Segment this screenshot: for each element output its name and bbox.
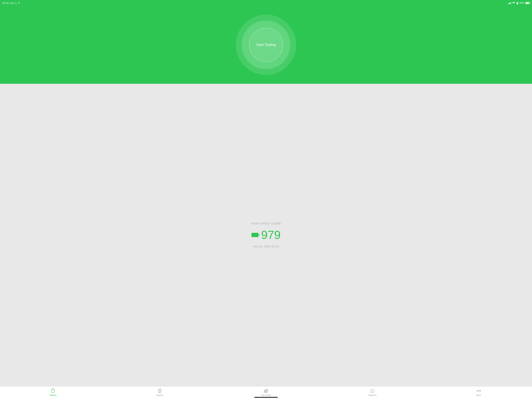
- status-carrier: P: [19, 1, 20, 5]
- status-bar-left: 22:19 nov. 1. P: [2, 1, 20, 5]
- content-section: YOUR LATEST SCORE 979 Nov 01, 2024 22:18: [0, 84, 248, 186]
- status-bar: 22:19 nov. 1. P 91%: [0, 0, 248, 6]
- status-time: 22:19: [2, 1, 9, 5]
- ripple-container: Start Testing: [235, 14, 248, 76]
- status-date: nov. 1.: [10, 1, 17, 5]
- header-section: Start Testing: [0, 0, 248, 84]
